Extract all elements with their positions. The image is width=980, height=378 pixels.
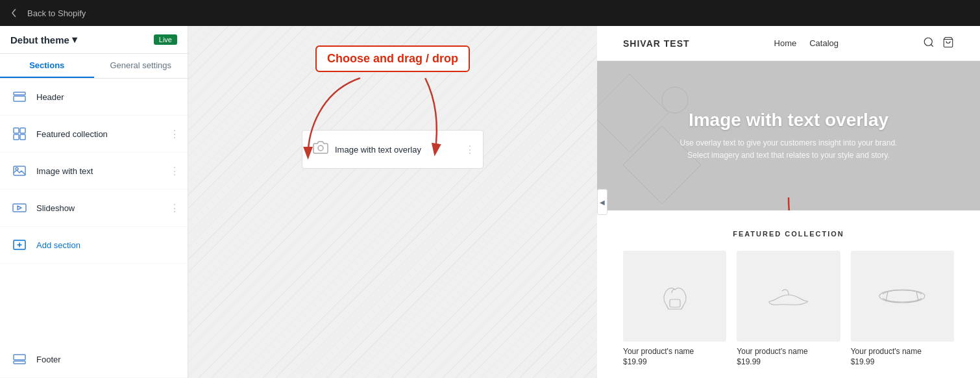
image-with-text-overlay-item[interactable]: Image with text overlay ⋮	[302, 130, 484, 169]
shopify-logo-icon	[8, 7, 22, 19]
product-image-0	[623, 251, 726, 342]
featured-collection-title: FEATURED COLLECTION	[623, 230, 954, 238]
product-grid: Your product's name $19.99 Your product'…	[623, 251, 954, 366]
preview-nav-icons	[923, 36, 954, 51]
preview-panel: SHIVAR TEST Home Catalog	[597, 26, 980, 378]
sidebar-item-header[interactable]: Header	[0, 79, 188, 116]
image-with-text-overlay-label: Image with text overlay	[335, 145, 421, 155]
hero-title: Image with text overlay	[678, 110, 899, 131]
svg-rect-1	[14, 96, 25, 101]
slideshow-drag-handle[interactable]: ⋮	[169, 202, 180, 214]
svg-rect-4	[14, 134, 19, 140]
product-name-2: Your product's name	[851, 347, 954, 356]
product-price-1: $19.99	[737, 357, 840, 366]
sidebar: Debut theme ▾ Live Sections General sett…	[0, 26, 188, 378]
add-section-label[interactable]: Add section	[36, 240, 80, 250]
svg-rect-25	[670, 299, 680, 307]
product-price-0: $19.99	[623, 357, 726, 366]
svg-rect-12	[14, 355, 25, 360]
sidebar-item-image-with-text[interactable]: Image with text ⋮	[0, 153, 188, 190]
nav-link-home[interactable]: Home	[774, 38, 797, 48]
svg-line-27	[886, 292, 888, 301]
product-card-1[interactable]: Your product's name $19.99	[737, 251, 840, 366]
product-card-0[interactable]: Your product's name $19.99	[623, 251, 726, 366]
product-name-0: Your product's name	[623, 347, 726, 356]
photo-icon	[10, 162, 29, 180]
theme-header: Debut theme ▾ Live	[0, 26, 188, 54]
product-card-2[interactable]: Your product's name $19.99	[851, 251, 954, 366]
svg-point-14	[318, 145, 323, 151]
live-badge: Live	[154, 34, 177, 45]
footer-label: Footer	[36, 355, 61, 364]
sidebar-item-slideshow[interactable]: Slideshow ⋮	[0, 190, 188, 227]
sidebar-tabs: Sections General settings	[0, 54, 188, 79]
slideshow-label: Slideshow	[36, 203, 75, 213]
product-name-1: Your product's name	[737, 347, 840, 356]
nav-link-catalog[interactable]: Catalog	[809, 38, 839, 48]
footer-icon	[10, 350, 29, 368]
preview-nav-links: Home Catalog	[774, 38, 839, 48]
tab-sections[interactable]: Sections	[0, 54, 94, 78]
product-image-1	[737, 251, 840, 342]
product-image-2	[851, 251, 954, 342]
preview-featured-collection: FEATURED COLLECTION Your product's name …	[597, 210, 980, 378]
cart-icon[interactable]	[942, 36, 954, 51]
product-price-2: $19.99	[851, 357, 954, 366]
sidebar-item-footer[interactable]: Footer	[0, 341, 188, 378]
image-overlay-drag-handle[interactable]: ⋮	[465, 144, 475, 156]
center-editor-panel: Choose and drag / drop Image with text o…	[188, 26, 597, 378]
svg-line-28	[916, 292, 918, 301]
svg-point-15	[924, 38, 932, 45]
theme-title-caret: ▾	[72, 34, 77, 45]
svg-marker-21	[597, 74, 668, 152]
sidebar-item-featured-collection[interactable]: Featured collection ⋮	[0, 116, 188, 153]
camera-icon	[313, 140, 328, 159]
theme-title-label: Debut theme	[10, 34, 69, 45]
svg-rect-2	[14, 128, 19, 133]
hero-subtitle: Use overlay text to give your customers …	[678, 137, 899, 162]
header-label: Header	[36, 92, 64, 102]
preview-nav: SHIVAR TEST Home Catalog	[597, 26, 980, 61]
svg-rect-5	[20, 134, 25, 140]
svg-rect-3	[20, 128, 25, 133]
store-name: SHIVAR TEST	[623, 38, 690, 49]
back-to-shopify-label[interactable]: Back to Shopify	[27, 8, 86, 18]
collapse-sidebar-button[interactable]: ◀	[597, 189, 607, 215]
svg-rect-8	[13, 204, 26, 212]
tab-general-settings[interactable]: General settings	[94, 54, 188, 78]
header-icon	[10, 88, 29, 106]
top-bar: Back to Shopify	[0, 0, 980, 26]
image-with-text-drag-handle[interactable]: ⋮	[169, 165, 180, 177]
svg-rect-13	[14, 361, 25, 364]
preview-hero: Image with text overlay Use overlay text…	[597, 61, 980, 210]
grid-icon	[10, 125, 29, 143]
hero-content: Image with text overlay Use overlay text…	[665, 97, 912, 175]
image-with-text-label: Image with text	[36, 166, 93, 176]
drag-drop-tooltip: Choose and drag / drop	[315, 45, 470, 72]
slideshow-icon	[10, 199, 29, 217]
svg-rect-0	[14, 92, 25, 95]
search-icon[interactable]	[923, 36, 935, 51]
sidebar-item-add-section[interactable]: Add section	[0, 227, 188, 264]
featured-collection-drag-handle[interactable]: ⋮	[169, 128, 180, 140]
add-icon	[10, 236, 29, 254]
featured-collection-label: Featured collection	[36, 129, 108, 139]
